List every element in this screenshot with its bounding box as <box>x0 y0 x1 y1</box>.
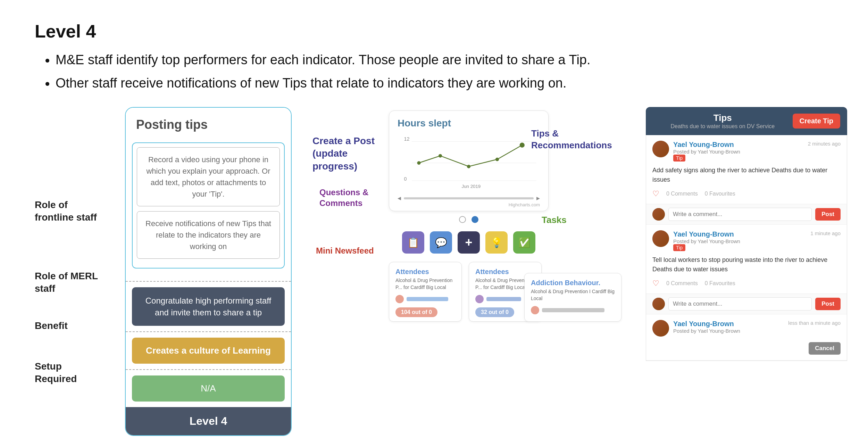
frontline-box-1: Record a video using your phone in which… <box>137 147 280 206</box>
comment-input-1[interactable] <box>668 208 812 221</box>
tip-author-3: Yael Young-Brown <box>673 320 784 328</box>
comments-2: 0 Comments <box>666 280 698 287</box>
ind-card-1-title: Attendees <box>395 268 455 276</box>
tip-post-2-header: Yael Young-Brown Posted by Yael Young-Br… <box>652 230 841 253</box>
tip-post-1: Yael Young-Brown Posted by Yael Young-Br… <box>646 135 847 204</box>
tips-feed-header: Tips Deaths due to water issues on DV Se… <box>646 107 847 135</box>
chart-title: Hours slept <box>398 118 540 129</box>
tip-time-2: 1 minute ago <box>810 230 841 236</box>
comment-input-row-2: Post <box>646 294 847 314</box>
chart-slider[interactable] <box>404 197 534 199</box>
addiction-bar <box>542 308 604 312</box>
ind-badge-2: 32 out of 0 <box>475 307 514 317</box>
posting-tips-title: Posting tips <box>136 117 208 132</box>
tip-post-3-meta: Yael Young-Brown Posted by Yael Young-Br… <box>673 320 784 334</box>
comments-btn[interactable]: 💬 <box>430 231 452 254</box>
tips-feed-titles: Tips Deaths due to water issues on DV Se… <box>653 113 793 130</box>
indicator-card-1: Attendees Alcohol & Drug Prevention P...… <box>389 262 462 322</box>
radio-selected[interactable] <box>471 216 478 223</box>
tip-post-3-header: Yael Young-Brown Posted by Yael Young-Br… <box>652 320 841 337</box>
svg-text:12: 12 <box>404 136 409 142</box>
tip-post-1-header: Yael Young-Brown Posted by Yael Young-Br… <box>652 141 841 163</box>
comment-avatar-2 <box>652 298 665 310</box>
middle-section: Create a Post (update progress) Question… <box>312 107 625 322</box>
level4-footer: Level 4 <box>126 407 291 435</box>
frontline-label: Role of frontline staff <box>35 163 104 260</box>
labels-column: Role of frontline staff Role of MERL sta… <box>35 107 104 399</box>
heart-icon-2[interactable]: ♡ <box>652 279 659 288</box>
level-title: Level 4 <box>35 21 833 42</box>
svg-point-5 <box>417 161 420 165</box>
tip-badge-1: Tip <box>673 155 685 162</box>
benefit-box: Creates a culture of Learning <box>132 338 285 364</box>
svg-point-8 <box>495 158 499 161</box>
frontline-box-2: Receive notifications of new Tips that r… <box>137 211 280 259</box>
avatar-1 <box>652 141 669 157</box>
comment-avatar-1 <box>652 208 665 221</box>
avatar-2 <box>652 230 669 247</box>
chart-card: Hours slept 12 0 <box>389 110 549 211</box>
slider-right-icon[interactable]: ▶ <box>536 196 540 201</box>
comment-input-2[interactable] <box>668 297 812 311</box>
page-container: Level 4 M&E staff identify top performer… <box>0 0 868 438</box>
bullet-2: Other staff receive notifications of new… <box>56 73 833 93</box>
frontline-boxes: Record a video using your phone in which… <box>126 142 291 275</box>
divider-2 <box>126 331 291 332</box>
ind-circle-2 <box>475 295 484 303</box>
tip-post-2: Yael Young-Brown Posted by Yael Young-Br… <box>646 225 847 294</box>
main-content: Role of frontline staff Role of MERL sta… <box>35 107 833 436</box>
tips-feed-title: Tips <box>653 113 793 123</box>
radio-unselected[interactable] <box>459 216 466 223</box>
highcharts-label: Highcharts.com <box>398 202 540 207</box>
create-tip-button[interactable]: Create Tip <box>793 114 840 129</box>
divider-3 <box>126 369 291 370</box>
ind-card-1-org: Alcohol & Drug Prevention P... for Cardi… <box>395 277 455 291</box>
tip-content-2: Tell local workers to stop pouring waste… <box>652 255 841 274</box>
svg-text:Jun 2019: Jun 2019 <box>462 184 481 189</box>
setup-box: N/A <box>132 375 285 402</box>
tip-time-1: 2 minutes ago <box>808 141 841 147</box>
add-btn[interactable]: + <box>458 231 480 254</box>
ind-bar-1 <box>407 297 448 301</box>
heart-icon-1[interactable]: ♡ <box>652 189 659 198</box>
post-button-2[interactable]: Post <box>815 298 841 310</box>
tip-post-1-meta: Yael Young-Brown Posted by Yael Young-Br… <box>673 141 804 163</box>
tip-post-2-meta: Yael Young-Brown Posted by Yael Young-Br… <box>673 230 806 253</box>
tip-byline-2: Posted by Yael Young-Brown <box>673 238 806 244</box>
tips-btn[interactable]: 💡 <box>485 231 508 254</box>
ind-circle-1 <box>395 295 404 303</box>
addiction-indicator-card: Addiction Behaviour. Alcohol & Drug Prev… <box>524 273 621 322</box>
tip-actions-2: ♡ 0 Comments 0 Favourites <box>652 277 841 288</box>
tips-feed-body: Yael Young-Brown Posted by Yael Young-Br… <box>646 135 847 361</box>
posting-tips-header: Posting tips <box>126 108 291 139</box>
tasks-label: Tasks <box>542 215 597 225</box>
svg-point-9 <box>520 143 525 148</box>
post-button-1[interactable]: Post <box>815 208 841 221</box>
tip-content-1: Add safety signs along the river to achi… <box>652 166 841 184</box>
tips-feed-subtitle: Deaths due to water issues on DV Service <box>653 123 793 130</box>
cancel-row: Cancel <box>652 339 841 355</box>
cancel-button[interactable]: Cancel <box>809 342 841 355</box>
tip-author-1: Yael Young-Brown <box>673 141 804 149</box>
create-post-label: Create a Post (update progress) <box>312 135 389 173</box>
tip-byline-3: Posted by Yael Young-Brown <box>673 328 784 334</box>
header-section: Level 4 M&E staff identify top performer… <box>35 21 833 93</box>
newsfeed-btn[interactable]: 📋 <box>402 231 424 254</box>
comments-1: 0 Comments <box>666 191 698 197</box>
comment-input-row-1: Post <box>646 204 847 225</box>
radio-row <box>389 216 549 223</box>
mini-newsfeed-label: Mini Newsfeed <box>316 246 378 256</box>
svg-point-6 <box>439 154 442 157</box>
addiction-card-org: Alcohol & Drug Prevention I Cardiff Big … <box>531 288 615 302</box>
addiction-card-title: Addiction Behaviour. <box>531 279 615 287</box>
svg-point-7 <box>467 165 470 168</box>
slider-left-icon[interactable]: ◀ <box>398 196 401 201</box>
tips-recommendations-label: Tips & Recommendations <box>531 128 608 151</box>
merl-box: Congratulate high performing staff and i… <box>132 287 285 326</box>
favourites-2: 0 Favourites <box>705 280 735 287</box>
tasks-btn[interactable]: ✅ <box>513 231 535 254</box>
tip-post-3: Yael Young-Brown Posted by Yael Young-Br… <box>646 314 847 361</box>
tip-byline-1: Posted by Yael Young-Brown <box>673 149 804 155</box>
addiction-card: Addiction Behaviour. Alcohol & Drug Prev… <box>524 273 621 322</box>
tip-author-2: Yael Young-Brown <box>673 230 806 238</box>
